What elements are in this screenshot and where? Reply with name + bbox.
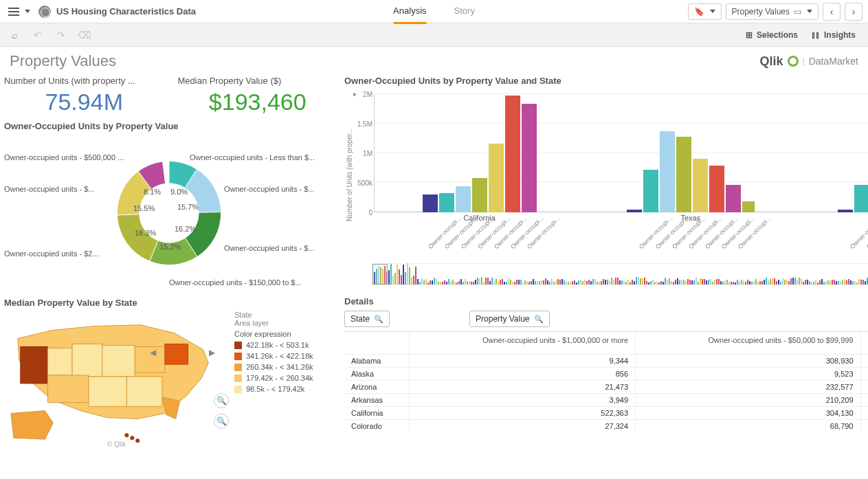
category-label: Owner-occupi... [526,234,542,250]
brand-logo: Qlik | DataMarket [760,54,859,69]
app-icon [38,5,51,18]
bar[interactable] [854,185,868,212]
table-header[interactable]: Owner-occupied units - $1,000,000 or mor… [410,332,636,355]
kpi-value: $193,460 [178,89,338,115]
table-cell: Arkansas [344,394,410,407]
bar[interactable] [660,131,675,212]
map-legend-item[interactable]: 341.26k - < 422.18k [234,352,337,360]
smart-search-icon[interactable]: ⌕ [5,26,23,44]
map-legend-item[interactable]: 179.42k - < 260.34k [234,374,337,382]
kpi-median[interactable]: Median Property Value ($) $193,460 [178,73,338,115]
map-pan-icon[interactable]: ▶ [209,348,215,357]
donut-chart[interactable]: Owner-Occupied Units by Property Value O… [4,118,337,292]
bookmark-button[interactable]: 🔖 [688,3,722,20]
donut-pct-label: 18.3% [135,229,156,237]
donut-pct-label: 15.7% [177,203,199,211]
kpi-units[interactable]: Number of Units (with property ... 75.94… [4,73,164,115]
bar-overview-scrubber[interactable] [372,263,868,285]
bar[interactable] [505,96,520,212]
zoom-in-button[interactable]: 🔍 [214,393,229,408]
category-label: Owner-occupi... [687,234,703,250]
table-row[interactable]: Colorado27,32468,790138,595 [344,420,868,433]
bar-plot: ▸ 2M 1.5M 1M 500k 0 CaliforniaOwner-occu… [355,89,868,260]
bar-chart[interactable]: Owner-Occupied Units by Property Value a… [344,73,868,292]
bar[interactable] [522,104,537,212]
sheet-selector[interactable]: Property Values▭ [726,3,819,20]
table-row[interactable]: Alaska8569,52313,984 [344,368,868,381]
overview-selection[interactable] [372,264,388,285]
donut-pct-label: 15.2% [159,243,181,251]
main-grid: Number of Units (with property ... 75.94… [0,70,868,448]
table-row[interactable]: Arizona21,473232,577282,824 [344,381,868,394]
bar[interactable] [643,170,658,212]
table-row[interactable]: California522,363304,130429,762 [344,407,868,420]
svg-point-11 [135,438,140,443]
table-cell: 522,363 [410,407,636,420]
step-forward-icon[interactable]: ↷ [52,26,70,44]
category-label: Owner-occupi... [638,234,654,250]
sheet-label: Property Values [732,7,790,16]
map-canvas[interactable]: ◀ ▶ 🔍 🔍 © Qlik [4,311,229,448]
donut-pct-label: 16.2% [175,225,196,233]
map-chart[interactable]: Median Property Value by State [4,295,337,448]
bar[interactable] [489,144,504,212]
category-label: Owner-occupi... [476,234,492,250]
selections-button[interactable]: ⊞Selections [746,30,798,40]
tab-story[interactable]: Story [454,0,475,24]
bar[interactable] [439,193,454,212]
kpi-label: Number of Units (with property ... [4,73,164,89]
details-table[interactable]: Details State🔍 Property Value🔍 Owner-occ… [344,295,868,448]
caret-down-icon [807,10,812,13]
bar[interactable] [472,178,487,212]
svg-point-10 [130,436,134,440]
bar-xlabels: CaliforniaOwner-occupi...Owner-occupi...… [374,212,868,260]
table-header[interactable]: Owner-occupied units - $50,000 to $99,99… [636,332,860,355]
table-header[interactable]: Owner-occupied units - $100,000 to $149,… [860,332,868,355]
dimension-pill-property-value[interactable]: Property Value🔍 [469,311,550,327]
map-legend-item[interactable]: 260.34k - < 341.26k [234,363,337,371]
table-header[interactable] [344,332,410,355]
table-row[interactable]: Alabama9,344308,930243,730 [344,355,868,368]
bar[interactable] [742,201,755,212]
donut-pct-label: 8.1% [144,188,161,196]
map-legend-item[interactable]: 98.5k - < 179.42k [234,385,337,393]
bar[interactable] [676,137,691,212]
zoom-out-button[interactable]: 🔍 [214,414,229,429]
bar[interactable] [423,194,438,212]
category-label: Owner-occupi... [443,234,459,250]
brand-product-text: DataMarket [809,56,858,67]
bar[interactable] [693,159,708,212]
ytick: 500k [357,179,372,187]
clear-selections-icon[interactable]: ⌫ [76,26,93,44]
kpi-row: Number of Units (with property ... 75.94… [4,73,337,115]
bar[interactable] [726,185,741,212]
svg-rect-0 [21,346,48,383]
menu-caret-icon[interactable] [25,10,30,13]
expand-icon[interactable]: ▸ [353,90,357,98]
donut-pct-label: 15.5% [133,204,155,212]
table-cell: 138,595 [860,420,868,433]
insights-button[interactable]: ⫿⫿Insights [812,30,856,40]
bar[interactable] [456,186,471,212]
table-cell: Alabama [344,355,410,368]
dimension-pill-state[interactable]: State🔍 [344,311,390,327]
bar[interactable] [709,166,724,212]
prev-sheet-button[interactable]: ‹ [823,3,841,21]
table-row[interactable]: Arkansas3,949210,209152,556 [344,394,868,407]
topbar: US Housing Characteristics Data Analysis… [0,0,868,23]
donut-slice[interactable] [117,214,157,261]
next-sheet-button[interactable]: › [845,3,863,21]
table-cell: Colorado [344,420,410,433]
menu-icon[interactable] [5,3,22,20]
tab-analysis[interactable]: Analysis [393,0,426,24]
map-pan-icon[interactable]: ◀ [150,348,156,357]
chart-title: Median Property Value by State [4,295,337,311]
step-back-icon[interactable]: ↶ [29,26,47,44]
map-legend: State Area layer Color expression 422.18… [234,311,337,448]
map-legend-item[interactable]: 422.18k - < 503.1k [234,341,337,349]
donut-slice-label: Owner-occupied units - $... [224,185,314,193]
state-bar-group [585,131,796,212]
insights-icon: ⫿⫿ [812,30,820,40]
search-icon: 🔍 [374,315,383,324]
category-label: Owner-occupi... [460,234,476,250]
